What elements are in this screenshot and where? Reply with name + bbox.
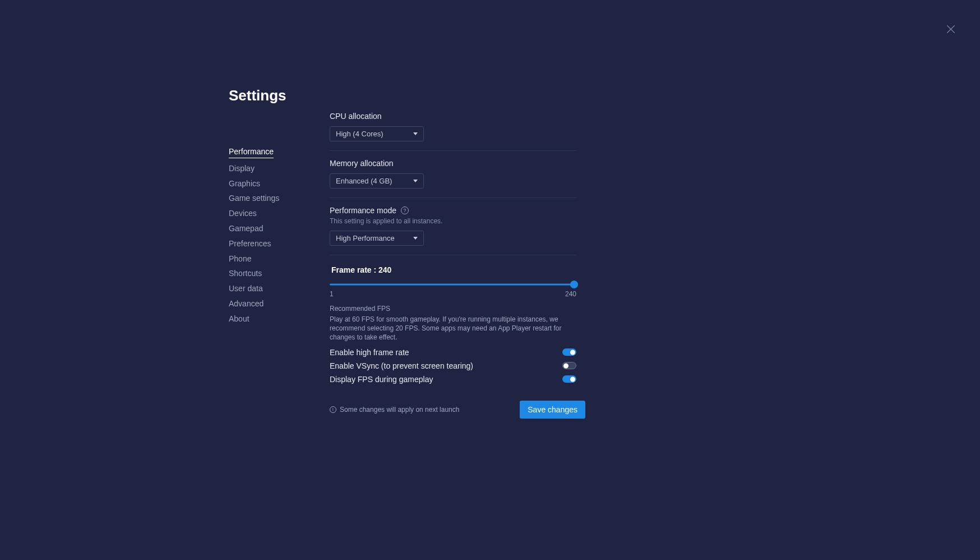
cpu-allocation-label: CPU allocation bbox=[330, 112, 576, 121]
sidebar-item-performance[interactable]: Performance bbox=[229, 147, 330, 158]
memory-allocation-label: Memory allocation bbox=[330, 159, 576, 168]
enable-vsync-label: Enable VSync (to prevent screen tearing) bbox=[330, 361, 473, 370]
info-icon: i bbox=[330, 406, 336, 413]
performance-mode-value: High Performance bbox=[336, 234, 395, 242]
memory-allocation-value: Enhanced (4 GB) bbox=[336, 177, 392, 185]
performance-mode-section: Performance mode ? This setting is appli… bbox=[330, 206, 576, 255]
sidebar-item-shortcuts[interactable]: Shortcuts bbox=[229, 269, 330, 278]
sidebar-item-preferences[interactable]: Preferences bbox=[229, 239, 330, 249]
save-changes-button[interactable]: Save changes bbox=[520, 401, 585, 419]
sidebar-item-devices[interactable]: Devices bbox=[229, 209, 330, 218]
chevron-down-icon bbox=[413, 237, 418, 240]
performance-mode-label-text: Performance mode bbox=[330, 206, 396, 215]
frame-rate-label-prefix: Frame rate : bbox=[331, 265, 378, 274]
close-button[interactable] bbox=[945, 24, 956, 35]
slider-thumb[interactable] bbox=[570, 281, 578, 288]
sidebar-item-label: Gamepad bbox=[229, 224, 263, 233]
sidebar-item-label: User data bbox=[229, 284, 263, 293]
enable-vsync-toggle[interactable] bbox=[562, 362, 576, 369]
sidebar-item-label: Game settings bbox=[229, 194, 279, 203]
enable-vsync-row: Enable VSync (to prevent screen tearing) bbox=[330, 361, 576, 370]
sidebar-item-label: Performance bbox=[229, 147, 274, 158]
footer: i Some changes will apply on next launch… bbox=[330, 401, 585, 419]
sidebar-item-label: Advanced bbox=[229, 299, 264, 308]
page-title: Settings bbox=[229, 87, 330, 104]
sidebar-item-label: About bbox=[229, 314, 249, 323]
display-fps-label: Display FPS during gameplay bbox=[330, 375, 433, 384]
sidebar-item-display[interactable]: Display bbox=[229, 164, 330, 173]
slider-scale: 1 240 bbox=[330, 290, 576, 298]
toggle-knob bbox=[570, 377, 575, 382]
sidebar-item-label: Shortcuts bbox=[229, 269, 262, 278]
footer-note: i Some changes will apply on next launch bbox=[330, 406, 459, 414]
enable-high-frame-rate-row: Enable high frame rate bbox=[330, 348, 576, 357]
slider-max: 240 bbox=[565, 290, 576, 298]
settings-sidebar: Performance Display Graphics Game settin… bbox=[229, 121, 330, 329]
sidebar-item-game-settings[interactable]: Game settings bbox=[229, 194, 330, 203]
sidebar-item-graphics[interactable]: Graphics bbox=[229, 179, 330, 189]
recommended-fps-title: Recommended FPS bbox=[330, 305, 576, 313]
cpu-allocation-select[interactable]: High (4 Cores) bbox=[330, 126, 424, 141]
sidebar-item-about[interactable]: About bbox=[229, 314, 330, 324]
enable-high-frame-rate-toggle[interactable] bbox=[562, 348, 576, 356]
memory-allocation-select[interactable]: Enhanced (4 GB) bbox=[330, 173, 424, 189]
slider-min: 1 bbox=[330, 290, 334, 298]
sidebar-item-label: Display bbox=[229, 164, 255, 173]
sidebar-item-label: Phone bbox=[229, 254, 251, 263]
chevron-down-icon bbox=[413, 132, 418, 135]
sidebar-item-phone[interactable]: Phone bbox=[229, 254, 330, 264]
chevron-down-icon bbox=[413, 180, 418, 182]
sidebar-item-gamepad[interactable]: Gamepad bbox=[229, 224, 330, 233]
help-icon[interactable]: ? bbox=[401, 206, 409, 214]
cpu-allocation-value: High (4 Cores) bbox=[336, 130, 383, 138]
sidebar-item-user-data[interactable]: User data bbox=[229, 284, 330, 293]
sidebar-item-label: Preferences bbox=[229, 239, 271, 248]
frame-rate-label: Frame rate : 240 bbox=[331, 265, 576, 274]
frame-rate-section: Frame rate : 240 1 240 Recommended FPS P… bbox=[330, 263, 576, 384]
frame-rate-value: 240 bbox=[378, 265, 391, 274]
memory-allocation-section: Memory allocation Enhanced (4 GB) bbox=[330, 159, 576, 198]
toggle-knob bbox=[563, 363, 568, 368]
performance-mode-hint: This setting is applied to all instances… bbox=[330, 217, 576, 225]
performance-mode-select[interactable]: High Performance bbox=[330, 231, 424, 246]
performance-mode-label: Performance mode ? bbox=[330, 206, 576, 215]
cpu-allocation-section: CPU allocation High (4 Cores) bbox=[330, 112, 576, 151]
enable-high-frame-rate-label: Enable high frame rate bbox=[330, 348, 409, 357]
slider-track bbox=[330, 284, 576, 286]
toggle-knob bbox=[570, 350, 575, 355]
display-fps-toggle[interactable] bbox=[562, 375, 576, 383]
close-icon bbox=[945, 24, 956, 35]
recommended-fps-body: Play at 60 FPS for smooth gameplay. If y… bbox=[330, 315, 576, 342]
sidebar-item-label: Devices bbox=[229, 209, 257, 218]
frame-rate-slider[interactable] bbox=[330, 280, 576, 289]
settings-panel: CPU allocation High (4 Cores) Memory all… bbox=[330, 87, 576, 419]
footer-note-text: Some changes will apply on next launch bbox=[340, 406, 459, 414]
sidebar-item-label: Graphics bbox=[229, 179, 260, 188]
sidebar-item-advanced[interactable]: Advanced bbox=[229, 299, 330, 309]
display-fps-row: Display FPS during gameplay bbox=[330, 375, 576, 384]
